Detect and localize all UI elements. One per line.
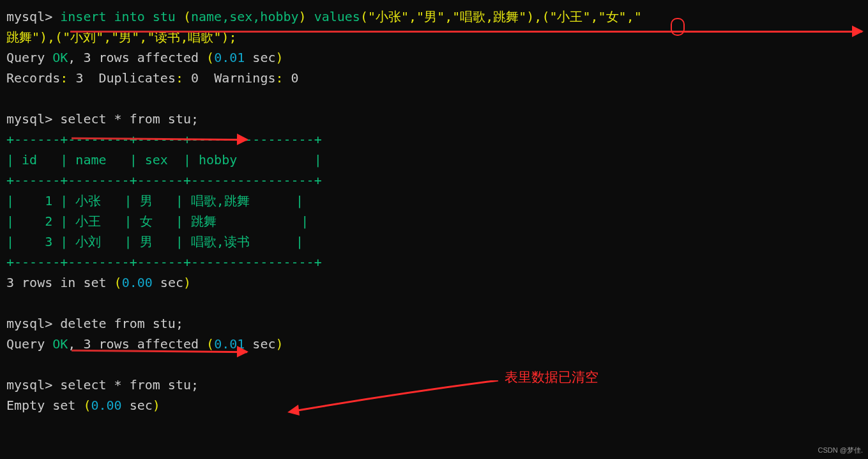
blank (6, 293, 862, 313)
svg-marker-0 (287, 405, 300, 416)
circle-annotation (671, 18, 685, 36)
table-row: | 2 | 小王 | 女 | 跳舞 | (6, 211, 862, 231)
table-row: | 3 | 小刘 | 男 | 唱歌,读书 | (6, 231, 862, 252)
table-row: | 1 | 小张 | 男 | 唱歌,跳舞 | (6, 191, 862, 211)
annotation-text: 表里数据已清空 (505, 367, 598, 389)
insert-line2: 跳舞"),("小刘","男","读书,唱歌"); (6, 27, 862, 47)
query-ok-1: Query OK, 3 rows affected (0.01 sec) (6, 47, 862, 68)
mysql-prompt: mysql> (6, 9, 52, 24)
delete-cmd: mysql> delete from stu; (6, 313, 862, 334)
select-1: mysql> select * from stu; (6, 109, 862, 129)
arrow-annotation-4 (284, 380, 501, 419)
table-border-bot: +------+--------+------+----------------… (6, 252, 862, 272)
blank (6, 354, 862, 375)
rows-in-set: 3 rows in set (0.00 sec) (6, 272, 862, 293)
table-border-mid: +------+--------+------+----------------… (6, 170, 862, 191)
insert-line1: mysql> insert into stu (name,sex,hobby) … (6, 6, 862, 27)
blank (6, 88, 862, 109)
table-header: | id | name | sex | hobby | (6, 150, 862, 170)
watermark: CSDN @梦佳. (818, 445, 863, 456)
records-line: Records: 3 Duplicates: 0 Warnings: 0 (6, 68, 862, 88)
arrow-annotation-1 (70, 31, 862, 33)
terminal-output: mysql> insert into stu (name,sex,hobby) … (6, 6, 862, 416)
